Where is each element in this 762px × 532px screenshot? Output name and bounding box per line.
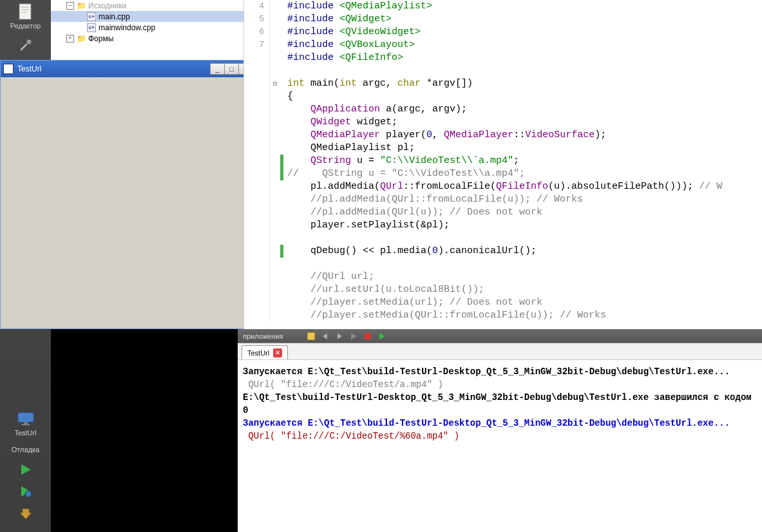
fold-toggle bbox=[270, 64, 280, 77]
expand-icon[interactable]: + bbox=[66, 35, 74, 43]
clear-output-button[interactable] bbox=[306, 331, 316, 341]
code-line[interactable]: 6#include <QVideoWidget> bbox=[244, 26, 762, 39]
build-button[interactable] bbox=[19, 506, 33, 522]
output-line: E:\Qt_Test\build-TestUrl-Desktop_Qt_5_3_… bbox=[243, 391, 757, 417]
code-editor[interactable]: 4#include <QMediaPlaylist>5#include <QWi… bbox=[243, 0, 762, 329]
code-text[interactable] bbox=[283, 64, 287, 77]
mode-design[interactable] bbox=[0, 33, 51, 59]
run-debug-button[interactable] bbox=[19, 484, 33, 500]
collapse-icon[interactable]: − bbox=[66, 2, 74, 10]
nav-forward-button[interactable] bbox=[334, 331, 345, 341]
code-text[interactable]: int main(int argc, char *argv[]) bbox=[283, 77, 473, 90]
code-line[interactable]: //player.setMedia(QUrl::fromLocalFile(u)… bbox=[244, 309, 762, 322]
cpp-file-icon: c+ bbox=[87, 12, 96, 21]
code-line[interactable]: 5#include <QWidget> bbox=[244, 13, 762, 26]
app-icon bbox=[3, 64, 14, 74]
document-icon bbox=[17, 3, 35, 21]
fold-toggle bbox=[270, 167, 280, 180]
fold-toggle bbox=[270, 103, 280, 116]
minimize-button[interactable]: _ bbox=[210, 63, 225, 75]
output-line: Запускается E:\Qt_Test\build-TestUrl-Des… bbox=[243, 365, 757, 378]
rerun-button[interactable] bbox=[377, 331, 387, 341]
code-text[interactable]: qDebug() << pl.media(0).canonicalUrl(); bbox=[283, 245, 537, 258]
code-text[interactable]: #include <QWidget> bbox=[283, 13, 392, 26]
application-output[interactable]: Запускается E:\Qt_Test\build-TestUrl-Des… bbox=[238, 359, 762, 532]
run-button[interactable] bbox=[19, 462, 33, 478]
run-output-button[interactable] bbox=[348, 331, 359, 341]
code-text[interactable]: QString u = "C:\\VideoTest\\`a.mp4"; bbox=[283, 155, 519, 167]
svg-rect-15 bbox=[365, 333, 371, 339]
maximize-button[interactable]: □ bbox=[224, 63, 239, 75]
titlebar[interactable]: TestUrl _ □ ✕ bbox=[1, 61, 256, 77]
code-text[interactable]: //pl.addMedia(QUrl(u)); // Does not work bbox=[283, 206, 542, 219]
tree-folder-sources[interactable]: − 📁 Исходники bbox=[51, 0, 247, 11]
project-tree[interactable]: − 📁 Исходники c+ main.cpp c+ mainwindow.… bbox=[51, 0, 247, 60]
code-text[interactable]: //url.setUrl(u.toLocal8Bit()); bbox=[283, 283, 484, 296]
tree-file-main[interactable]: c+ main.cpp bbox=[51, 11, 247, 22]
code-line[interactable] bbox=[244, 258, 762, 271]
mode-editor[interactable]: Редактор bbox=[0, 0, 51, 33]
close-tab-button[interactable]: ✕ bbox=[273, 348, 282, 357]
code-line[interactable]: // QString u = "C:\\VideoTest\\a.mp4"; bbox=[244, 167, 762, 180]
code-text[interactable] bbox=[283, 258, 287, 271]
code-text[interactable]: player.setPlaylist(&pl); bbox=[283, 219, 450, 232]
code-text[interactable]: //pl.addMedia(QUrl::fromLocalFile(u)); /… bbox=[283, 193, 583, 206]
code-line[interactable]: qDebug() << pl.media(0).canonicalUrl(); bbox=[244, 245, 762, 258]
code-line[interactable]: QWidget widget; bbox=[244, 116, 762, 129]
svg-point-10 bbox=[25, 491, 32, 497]
code-line[interactable]: QString u = "C:\\VideoTest\\`a.mp4"; bbox=[244, 155, 762, 167]
fold-toggle bbox=[270, 296, 280, 309]
code-line[interactable]: QMediaPlayer player(0, QMediaPlayer::Vid… bbox=[244, 129, 762, 142]
code-text[interactable]: //player.setMedia(url); // Does not work bbox=[283, 296, 542, 309]
code-line[interactable]: QMediaPlaylist pl; bbox=[244, 142, 762, 155]
line-number: 7 bbox=[244, 39, 270, 52]
code-line[interactable]: //url.setUrl(u.toLocal8Bit()); bbox=[244, 283, 762, 296]
code-line[interactable]: player.setPlaylist(&pl); bbox=[244, 219, 762, 232]
code-text[interactable]: QMediaPlayer player(0, QMediaPlayer::Vid… bbox=[283, 129, 606, 142]
nav-back-button[interactable] bbox=[320, 331, 330, 341]
code-line[interactable]: #include <QFileInfo> bbox=[244, 52, 762, 64]
code-line[interactable] bbox=[244, 232, 762, 245]
code-text[interactable]: #include <QVBoxLayout> bbox=[283, 39, 415, 52]
stop-button[interactable] bbox=[363, 331, 373, 341]
fold-toggle bbox=[270, 0, 280, 13]
code-text[interactable]: #include <QVideoWidget> bbox=[283, 26, 421, 39]
code-text[interactable]: #include <QMediaPlaylist> bbox=[283, 0, 432, 13]
code-line[interactable]: QApplication a(argc, argv); bbox=[244, 103, 762, 116]
fold-toggle bbox=[270, 283, 280, 296]
code-line[interactable]: pl.addMedia(QUrl::fromLocalFile(QFileInf… bbox=[244, 180, 762, 193]
code-text[interactable]: QWidget widget; bbox=[283, 116, 397, 129]
testurl-app-window[interactable]: TestUrl _ □ ✕ bbox=[0, 60, 256, 329]
tree-folder-forms[interactable]: + 📁 Формы bbox=[51, 33, 247, 44]
code-text[interactable]: //QUrl url; bbox=[283, 271, 374, 283]
code-line[interactable]: //QUrl url; bbox=[244, 271, 762, 283]
code-line[interactable]: //pl.addMedia(QUrl::fromLocalFile(u)); /… bbox=[244, 193, 762, 206]
code-text[interactable]: #include <QFileInfo> bbox=[283, 52, 403, 64]
code-text[interactable]: QMediaPlaylist pl; bbox=[283, 142, 415, 155]
mode-debug[interactable]: Отладка bbox=[0, 443, 51, 457]
fold-toggle bbox=[270, 52, 280, 64]
code-line[interactable]: 4#include <QMediaPlaylist> bbox=[244, 0, 762, 13]
code-text[interactable]: // QString u = "C:\\VideoTest\\a.mp4"; bbox=[283, 167, 525, 180]
code-text[interactable]: QApplication a(argc, argv); bbox=[283, 103, 467, 116]
line-number: 6 bbox=[244, 26, 270, 39]
code-text[interactable] bbox=[283, 232, 287, 245]
code-text[interactable]: //player.setMedia(QUrl::fromLocalFile(u)… bbox=[283, 309, 606, 322]
code-line[interactable]: //pl.addMedia(QUrl(u)); // Does not work bbox=[244, 206, 762, 219]
code-line[interactable] bbox=[244, 64, 762, 77]
code-line[interactable]: 7#include <QVBoxLayout> bbox=[244, 39, 762, 52]
code-line[interactable]: ⊟int main(int argc, char *argv[]) bbox=[244, 77, 762, 90]
svg-point-4 bbox=[26, 39, 32, 44]
code-text[interactable]: { bbox=[283, 90, 293, 103]
fold-toggle bbox=[270, 193, 280, 206]
output-tab[interactable]: TestUrl ✕ bbox=[242, 345, 288, 359]
fold-toggle bbox=[270, 232, 280, 245]
tree-file-mainwindow[interactable]: c+ mainwindow.cpp bbox=[51, 22, 247, 33]
kit-selector[interactable]: TestUrl bbox=[0, 407, 51, 441]
fold-toggle[interactable]: ⊟ bbox=[270, 77, 280, 90]
svg-marker-13 bbox=[338, 333, 342, 339]
code-line[interactable]: //player.setMedia(url); // Does not work bbox=[244, 296, 762, 309]
code-text[interactable]: pl.addMedia(QUrl::fromLocalFile(QFileInf… bbox=[283, 180, 722, 193]
code-line[interactable]: { bbox=[244, 90, 762, 103]
line-number bbox=[244, 296, 270, 309]
